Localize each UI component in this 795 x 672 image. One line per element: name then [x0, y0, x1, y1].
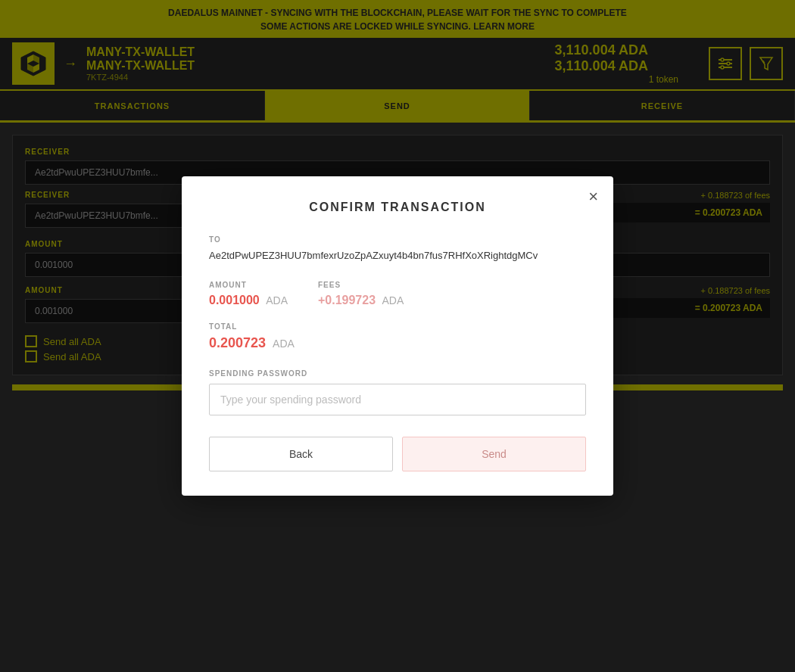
modal-close-button[interactable]: ×: [588, 188, 598, 205]
amount-number: 0.001000: [209, 294, 260, 306]
modal-title: CONFIRM TRANSACTION: [209, 201, 586, 214]
fees-unit: ADA: [382, 294, 404, 306]
to-label: TO: [209, 235, 586, 244]
modal-overlay: × CONFIRM TRANSACTION TO Ae2tdPwUPEZ3HUU…: [0, 0, 795, 672]
confirm-transaction-modal: × CONFIRM TRANSACTION TO Ae2tdPwUPEZ3HUU…: [182, 176, 613, 496]
fees-col-label: FEES: [318, 281, 404, 289]
amount-col-label: AMOUNT: [209, 281, 288, 289]
modal-buttons: Back Send: [209, 437, 586, 471]
total-number: 0.200723: [209, 335, 266, 350]
amount-fees-row: AMOUNT 0.001000 ADA FEES +0.199723 ADA: [209, 281, 586, 307]
recipient-address: Ae2tdPwUPEZ3HUU7bmfexrUzoZpAZxuyt4b4bn7f…: [209, 248, 586, 263]
total-unit: ADA: [273, 338, 295, 350]
amount-unit: ADA: [266, 294, 288, 306]
total-value: 0.200723 ADA: [209, 335, 586, 351]
total-label: TOTAL: [209, 322, 586, 331]
amount-col: AMOUNT 0.001000 ADA: [209, 281, 288, 307]
back-button[interactable]: Back: [209, 437, 393, 471]
send-button[interactable]: Send: [402, 437, 586, 471]
amount-value: 0.001000 ADA: [209, 294, 288, 307]
fees-col: FEES +0.199723 ADA: [318, 281, 404, 307]
fees-number: +0.199723: [318, 294, 376, 306]
fees-value: +0.199723 ADA: [318, 294, 404, 307]
spending-password-input[interactable]: [209, 384, 586, 415]
spending-password-label: SPENDING PASSWORD: [209, 369, 586, 378]
